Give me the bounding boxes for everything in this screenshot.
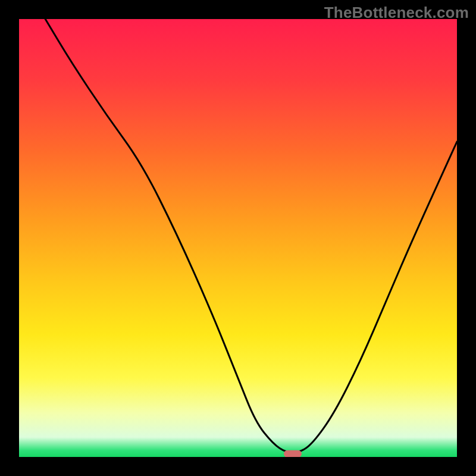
chart-frame: TheBottleneck.com: [0, 0, 476, 476]
plot-area: [19, 19, 457, 457]
watermark-text: TheBottleneck.com: [324, 4, 469, 22]
optimal-marker: [284, 450, 302, 457]
chart-svg: [19, 19, 457, 457]
gradient-background: [19, 19, 457, 457]
